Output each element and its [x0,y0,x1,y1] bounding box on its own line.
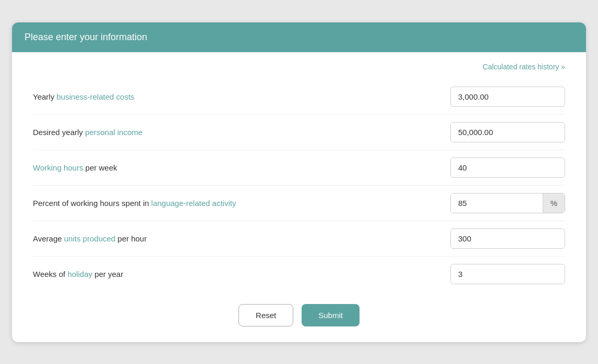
card-title: Please enter your information [25,32,147,42]
input-yearly-costs[interactable] [450,87,565,107]
input-holiday[interactable] [450,264,565,284]
label-highlight-personal-income: personal income [85,128,142,137]
label-yearly-costs: Yearly business-related costs [33,92,450,101]
label-suffix-holiday: per year [92,270,123,278]
input-personal-income[interactable] [450,122,565,142]
label-prefix-personal-income: Desired yearly [33,128,85,137]
input-wrapper-working-hours [450,157,565,178]
input-wrapper-holiday [450,264,565,284]
label-language-activity: Percent of working hours spent in langua… [33,199,450,208]
label-highlight-holiday: holiday [67,270,92,278]
form-row-language-activity: Percent of working hours spent in langua… [33,186,565,221]
label-highlight-yearly-costs: business-related costs [56,92,134,101]
form-row-yearly-costs: Yearly business-related costs [33,79,565,115]
label-highlight-units-produced: units produced [64,234,115,243]
form-row-working-hours: Working hours per week [33,150,565,186]
label-highlight-working-hours: Working hours [33,163,83,172]
label-personal-income: Desired yearly personal income [33,128,450,137]
label-suffix-working-hours: per week [83,163,117,172]
reset-button[interactable]: Reset [238,304,293,326]
label-prefix-yearly-costs: Yearly [33,92,56,101]
input-units-produced[interactable] [450,228,565,249]
history-link[interactable]: Calculated rates history » [483,63,565,71]
label-suffix-units-produced: per hour [115,234,147,243]
form-rows: Yearly business-related costsDesired yea… [33,79,565,292]
label-units-produced: Average units produced per hour [33,234,450,243]
input-language-activity[interactable] [451,193,543,213]
form-row-units-produced: Average units produced per hour [33,221,565,257]
form-row-holiday: Weeks of holiday per year [33,257,565,292]
label-working-hours: Working hours per week [33,163,450,172]
input-wrapper-yearly-costs [450,87,565,107]
input-wrapper-personal-income [450,122,565,142]
card-header: Please enter your information [12,22,586,52]
label-highlight-language-activity: language-related activity [151,199,236,208]
input-wrapper-units-produced [450,228,565,249]
input-wrapper-language-activity: % [450,193,565,213]
label-prefix-units-produced: Average [33,234,64,243]
history-link-row: Calculated rates history » [33,63,565,71]
input-with-suffix-language-activity: % [450,193,565,213]
submit-button[interactable]: Submit [302,304,360,326]
label-holiday: Weeks of holiday per year [33,270,450,278]
label-prefix-language-activity: Percent of working hours spent in [33,199,151,208]
main-card: Please enter your information Calculated… [12,22,586,342]
buttons-row: Reset Submit [33,304,565,326]
form-row-personal-income: Desired yearly personal income [33,115,565,150]
input-working-hours[interactable] [450,157,565,178]
label-prefix-holiday: Weeks of [33,270,67,278]
input-suffix-language-activity: % [543,193,565,213]
card-body: Calculated rates history » Yearly busine… [12,52,586,342]
